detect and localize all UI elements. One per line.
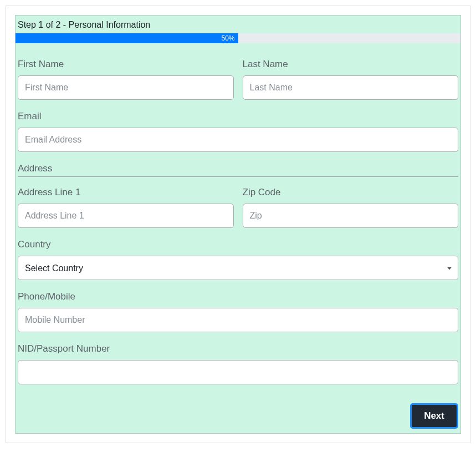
first-name-input[interactable] xyxy=(18,75,234,100)
address-section-header: Address xyxy=(18,163,458,177)
step-header: Step 1 of 2 - Personal Information xyxy=(16,16,460,33)
progress-bar-track: 50% xyxy=(16,33,460,43)
email-input[interactable] xyxy=(18,128,458,152)
country-select[interactable]: Select Country xyxy=(18,256,458,280)
last-name-input[interactable] xyxy=(243,75,459,100)
form-card: Step 1 of 2 - Personal Information 50% F… xyxy=(15,15,461,434)
address-line1-input[interactable] xyxy=(18,204,234,228)
last-name-label: Last Name xyxy=(243,59,459,70)
phone-input[interactable] xyxy=(18,308,458,332)
nid-label: NID/Passport Number xyxy=(18,343,458,354)
address-line1-label: Address Line 1 xyxy=(18,187,234,198)
zip-input[interactable] xyxy=(243,204,459,228)
phone-label: Phone/Mobile xyxy=(18,291,458,302)
nid-input[interactable] xyxy=(18,360,458,384)
next-button[interactable]: Next xyxy=(410,403,458,429)
country-label: Country xyxy=(18,239,458,250)
first-name-label: First Name xyxy=(18,59,234,70)
progress-bar-fill: 50% xyxy=(16,33,238,43)
zip-label: Zip Code xyxy=(243,187,459,198)
email-label: Email xyxy=(18,111,458,122)
